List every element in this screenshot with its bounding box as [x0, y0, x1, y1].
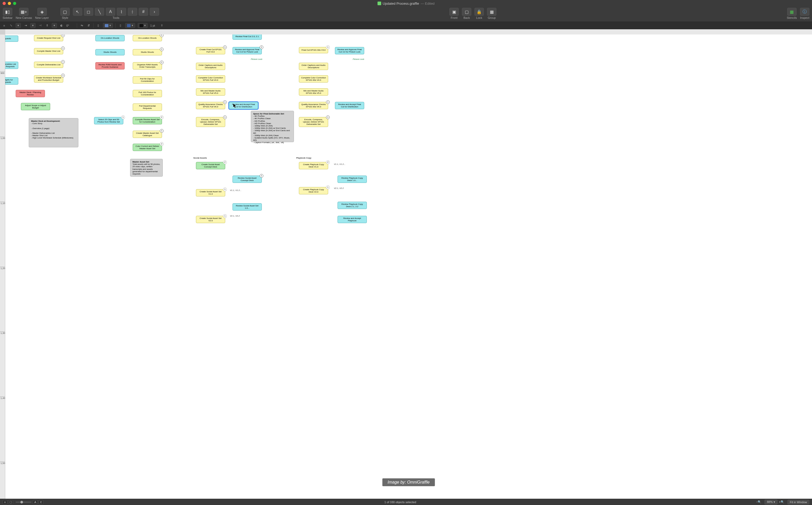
stroke-width-value[interactable]: 1 pt — [150, 24, 158, 27]
flow-node[interactable]: Mix and Master Audio EP101 Full V5.0 — [196, 88, 225, 96]
flow-node[interactable]: Pull 50 Clips for Consideration — [133, 76, 162, 83]
flow-node[interactable]: Create Social Asset Set V2.01 — [196, 216, 225, 223]
tab-marker-icon[interactable]: ⊣ — [38, 23, 42, 28]
inspect-button[interactable]: ⓘ — [800, 8, 809, 16]
minimize-icon[interactable] — [8, 2, 11, 5]
flow-node[interactable]: Quality Assurance Checks EP101 60s V6.01 — [299, 102, 328, 109]
flow-node[interactable]: Requests — [5, 35, 18, 42]
select-tool[interactable]: ↖ — [73, 8, 82, 16]
flow-node[interactable]: On-Location Shoots1 — [133, 35, 162, 41]
flow-node[interactable]: On-Location Shoots — [95, 35, 125, 41]
flow-node[interactable]: Review Playbook Copy Deck 1.0... — [338, 176, 367, 183]
flow-node[interactable]: Review Playbook Copy Deck 2.1, 2.2 — [338, 202, 367, 209]
bring-front-button[interactable]: ▣ — [449, 8, 459, 16]
flow-node[interactable]: Review RAW Assets and Provide Guidance — [95, 62, 125, 69]
line-tool[interactable]: ╲ — [95, 8, 104, 16]
text-indent-icon[interactable]: ⇥ — [23, 23, 28, 28]
ruler-origin-icon[interactable]: ⤡ — [9, 23, 13, 28]
flow-node[interactable]: Create Master Asset Set Catalogue1 — [133, 131, 162, 138]
flow-node[interactable]: Complete Color Correction EP101 60s V4.0 — [299, 75, 328, 82]
flow-node[interactable]: Final Cut EP101 60s V3.01 — [299, 47, 328, 53]
flow-node[interactable]: Studio Shoots — [95, 49, 125, 55]
stroke-none-icon[interactable]: ▯ — [118, 23, 123, 28]
text-tool[interactable]: A — [106, 8, 115, 16]
flow-node[interactable]: Review and Accept Final Cut for Distribu… — [335, 102, 364, 109]
lock-button[interactable]: 🔒 — [474, 8, 484, 16]
note-box[interactable]: Master Deck at Development: - Core Story… — [29, 118, 78, 147]
crop-tool[interactable]: ⟊ — [128, 8, 137, 16]
flow-node[interactable]: Order Captions and Audio Descriptions — [299, 63, 328, 70]
note-box[interactable]: Master Asset SetTotal assets will be 50 … — [130, 159, 163, 177]
flow-node[interactable]: Select 25 Clips and 50 Photos from Revie… — [94, 117, 123, 124]
style-tray-icon[interactable]: A — [33, 500, 38, 504]
font-dropdown[interactable]: ▾ — [16, 23, 21, 28]
outline-icon[interactable]: ⊏ — [39, 500, 43, 504]
flow-node[interactable]: Order Captions and Audio Descriptions — [196, 63, 225, 70]
view-mode-canvas-icon[interactable]: ▢ — [8, 500, 13, 504]
zoom-in-icon[interactable]: +🔍 — [779, 500, 784, 504]
fit-in-window-button[interactable]: Fit in Window — [787, 500, 809, 504]
close-icon[interactable] — [3, 2, 6, 5]
grid-tool[interactable]: # — [139, 8, 148, 16]
stroke-style-dropdown[interactable]: ▾ — [138, 23, 148, 28]
zoom-value[interactable]: 88% ▾ — [765, 500, 777, 504]
flow-node[interactable]: Review and Approve Final Cut 3.0 for Pic… — [335, 47, 364, 54]
group-button[interactable]: ▦ — [487, 8, 496, 16]
hamburger-icon[interactable]: ≡ — [2, 23, 6, 28]
navigator-slider[interactable] — [16, 502, 31, 503]
pen-tool[interactable]: ⌇ — [117, 8, 126, 16]
new-layer-button[interactable]: ◈ — [37, 8, 47, 16]
flow-node[interactable]: Quality Assurance Checks EP101 Full V6.0… — [196, 102, 225, 109]
flow-node[interactable]: Review Social Asset Concept Deck1 — [232, 176, 262, 183]
flow-node[interactable]: Create Playbook Copy Deck V1.02 — [299, 162, 328, 169]
more-tools[interactable]: › — [150, 8, 159, 16]
flow-node[interactable]: Master Deck / Planning Review — [16, 90, 45, 97]
flow-node[interactable]: Review and Accept Playbook — [338, 216, 367, 223]
stroke-dropdown[interactable]: ▾ — [125, 23, 135, 28]
flow-node[interactable]: Compile Review Asset Set for Considerati… — [133, 117, 162, 124]
canvas[interactable]: Requests ate Deliverables List against R… — [5, 34, 812, 499]
fill-none-icon[interactable]: ▯ — [96, 23, 100, 28]
stencils-button[interactable]: ▦ — [787, 8, 797, 16]
flow-node[interactable]: Pull 100 Photos for Consideration — [133, 90, 162, 97]
shape-tool[interactable]: ◻ — [84, 8, 93, 16]
flow-node[interactable]: Create Social Asset Concept Deck2 — [196, 162, 225, 169]
flow-node[interactable]: Adjust Scope or Adjust Budget — [21, 103, 50, 110]
zoom-out-icon[interactable]: −🔍 — [756, 500, 761, 504]
flow-node[interactable]: Create Workback Schedule and Production … — [34, 75, 63, 82]
flow-node[interactable]: Pull Departmental Requests — [133, 104, 162, 111]
spacing-dropdown[interactable]: ▾ — [30, 23, 35, 28]
flip-h-icon[interactable]: ⇋ — [80, 23, 84, 28]
line-height-dropdown[interactable]: ▾ — [52, 23, 57, 28]
note-box[interactable]: Specs for Final Deliverable Set: - 4K Pr… — [251, 111, 294, 142]
flow-node[interactable]: Compile Deliverables List1 — [34, 62, 63, 68]
rotation-knob-icon[interactable]: ◐ — [59, 23, 64, 28]
flow-node[interactable]: Review and Approve Final Cut 3.0 for Pic… — [232, 47, 262, 54]
style-picker-button[interactable]: ▢ — [60, 8, 70, 16]
flow-node[interactable]: Mix and Master Audio EP101 60s V5.0 — [299, 88, 328, 96]
flow-node[interactable]: Complete Color Correction EP101 Full V4.… — [196, 75, 225, 82]
send-back-button[interactable]: ▢ — [462, 8, 471, 16]
flow-node[interactable]: ate Deliverables List against Requests — [5, 62, 18, 69]
maximize-icon[interactable] — [13, 2, 16, 5]
flow-node[interactable]: Color Correct and Deliver Master Asset S… — [133, 144, 162, 151]
flow-node[interactable]: Review Final Cut 2.0, 2.1 — [232, 34, 262, 40]
sidebar-toggle-button[interactable]: ▮▯ — [3, 8, 12, 16]
flow-node[interactable]: Encode, Compress, Upload, Deliver EP101 … — [196, 117, 225, 127]
text-height-icon[interactable]: ⇕ — [45, 23, 49, 28]
flow-node[interactable]: Organize RAW Assets Order Transcripts1 — [133, 62, 162, 69]
flow-node[interactable]: Create Final Cut EP101 Full V3.01 — [196, 47, 225, 54]
flow-node[interactable]: Review Social Asset Set 1.0... — [232, 203, 262, 210]
flow-node[interactable]: Create Playbook Copy Deck V2.01 — [299, 187, 328, 194]
flow-node[interactable]: o Budgets for Requests — [5, 77, 18, 85]
flow-node[interactable]: Studio Shoots1 — [133, 49, 162, 55]
flow-node[interactable]: Encode, Compress, Upload, Deliver EP101 … — [299, 117, 328, 127]
fill-dropdown[interactable]: ▾ — [103, 23, 113, 28]
flip-v-icon[interactable]: ⇵ — [87, 23, 91, 28]
flow-node[interactable]: Create Social Asset Set V1.01 — [196, 189, 225, 196]
new-canvas-button[interactable]: ▦+ — [19, 8, 28, 16]
flow-node[interactable]: Compile Master Shot List1 — [34, 48, 63, 54]
vertical-ruler[interactable]: 900 1,000 1,100 1,200 1,300 1,400 1,500 — [0, 34, 5, 499]
view-mode-list-icon[interactable]: ≡ — [3, 500, 7, 504]
flow-node[interactable]: Create Request Shot List1 — [34, 35, 63, 41]
